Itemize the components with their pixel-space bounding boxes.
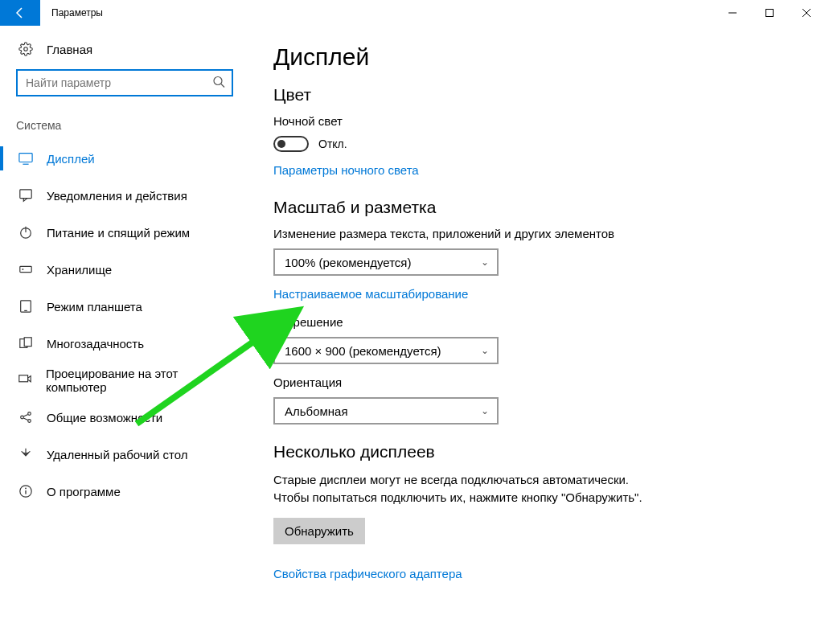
window-title: Параметры: [40, 7, 714, 18]
chevron-down-icon: ⌄: [481, 405, 489, 416]
svg-line-5: [221, 84, 224, 88]
sidebar-item-label: Уведомления и действия: [35, 189, 187, 203]
maximize-icon: [765, 9, 774, 17]
search-input[interactable]: [16, 69, 233, 96]
notifications-icon: [16, 188, 35, 203]
sidebar-item-label: Дисплей: [35, 152, 95, 166]
display-icon: [16, 151, 35, 166]
sidebar-item-label: Режим планшета: [35, 300, 142, 314]
scale-select[interactable]: 100% (рекомендуется) ⌄: [273, 248, 499, 276]
custom-scaling-link[interactable]: Настраиваемое масштабирование: [273, 287, 468, 301]
sidebar-item-label: Проецирование на этот компьютер: [35, 367, 233, 394]
scale-heading: Масштаб и разметка: [273, 198, 801, 217]
storage-icon: [16, 262, 35, 277]
svg-rect-17: [19, 375, 28, 382]
multi-display-heading: Несколько дисплеев: [273, 442, 801, 461]
power-icon: [16, 225, 35, 240]
svg-line-21: [23, 414, 27, 416]
close-button[interactable]: [788, 0, 825, 26]
sidebar-item-multitask[interactable]: Многозадачность: [0, 325, 249, 362]
resolution-label: Разрешение: [273, 315, 801, 329]
section-title: Система: [0, 113, 249, 140]
gear-icon: [16, 42, 35, 56]
svg-rect-1: [766, 10, 774, 17]
sidebar-item-label: Удаленный рабочий стол: [35, 448, 187, 461]
resolution-select[interactable]: 1600 × 900 (рекомендуется) ⌄: [273, 337, 499, 364]
scale-value: 100% (рекомендуется): [285, 256, 411, 269]
sidebar-item-label: О программе: [35, 485, 121, 498]
sidebar-item-display[interactable]: Дисплей: [0, 140, 249, 177]
svg-point-18: [21, 416, 24, 419]
title-bar: Параметры: [0, 0, 825, 26]
sidebar-item-power[interactable]: Питание и спящий режим: [0, 214, 249, 251]
adapter-properties-link[interactable]: Свойства графического адаптера: [273, 567, 462, 580]
svg-rect-16: [24, 338, 31, 347]
night-light-settings-link[interactable]: Параметры ночного света: [273, 163, 419, 177]
home-label: Главная: [35, 43, 92, 56]
arrow-left-icon: [14, 6, 27, 19]
about-icon: [16, 484, 35, 498]
chevron-down-icon: ⌄: [481, 345, 489, 356]
sidebar-item-label: Многозадачность: [35, 337, 144, 351]
main-content: Дисплей Цвет Ночной свет Откл. Параметры…: [249, 26, 825, 644]
orientation-value: Альбомная: [285, 404, 348, 418]
svg-point-25: [25, 488, 27, 490]
svg-point-20: [28, 420, 31, 423]
svg-rect-8: [20, 190, 31, 199]
search-icon: [212, 76, 225, 91]
shared-icon: [16, 410, 35, 425]
orientation-select[interactable]: Альбомная ⌄: [273, 397, 499, 425]
scale-label: Изменение размера текста, приложений и д…: [273, 227, 801, 240]
minimize-icon: [729, 9, 737, 17]
sidebar-item-about[interactable]: О программе: [0, 473, 249, 510]
sidebar-item-remote[interactable]: Удаленный рабочий стол: [0, 436, 249, 473]
sidebar-item-storage[interactable]: Хранилище: [0, 251, 249, 288]
orientation-label: Ориентация: [273, 375, 801, 389]
sidebar-item-label: Общие возможности: [35, 411, 162, 425]
window-controls: [714, 0, 825, 26]
close-icon: [802, 9, 811, 17]
svg-rect-6: [19, 154, 32, 162]
sidebar: Главная Система Дисплей Уведомления и де…: [0, 26, 249, 644]
sidebar-item-tablet[interactable]: Режим планшета: [0, 288, 249, 325]
multitask-icon: [16, 336, 35, 351]
sidebar-item-project[interactable]: Проецирование на этот компьютер: [0, 362, 249, 399]
sidebar-item-notifications[interactable]: Уведомления и действия: [0, 177, 249, 214]
search-wrap: [16, 69, 233, 96]
color-heading: Цвет: [273, 85, 801, 105]
sidebar-item-shared[interactable]: Общие возможности: [0, 399, 249, 436]
svg-point-19: [28, 412, 31, 416]
project-icon: [16, 373, 35, 388]
toggle-state: Откл.: [318, 137, 347, 150]
maximize-button[interactable]: [751, 0, 788, 26]
svg-point-12: [23, 269, 24, 270]
sidebar-item-label: Хранилище: [35, 263, 112, 277]
svg-point-4: [214, 77, 222, 85]
tablet-icon: [16, 299, 35, 314]
resolution-value: 1600 × 900 (рекомендуется): [285, 344, 441, 358]
svg-rect-11: [20, 266, 31, 272]
minimize-button[interactable]: [714, 0, 751, 26]
night-light-label: Ночной свет: [273, 114, 801, 128]
night-light-toggle[interactable]: [273, 136, 309, 152]
page-title: Дисплей: [273, 43, 801, 71]
remote-icon: [16, 447, 35, 461]
svg-line-22: [23, 418, 27, 420]
home-button[interactable]: Главная: [0, 34, 249, 69]
detect-button[interactable]: Обнаружить: [273, 518, 365, 544]
multi-display-text: Старые дисплеи могут не всегда подключат…: [273, 471, 643, 507]
sidebar-item-label: Питание и спящий режим: [35, 226, 190, 240]
back-button[interactable]: [0, 0, 40, 26]
chevron-down-icon: ⌄: [481, 256, 489, 268]
